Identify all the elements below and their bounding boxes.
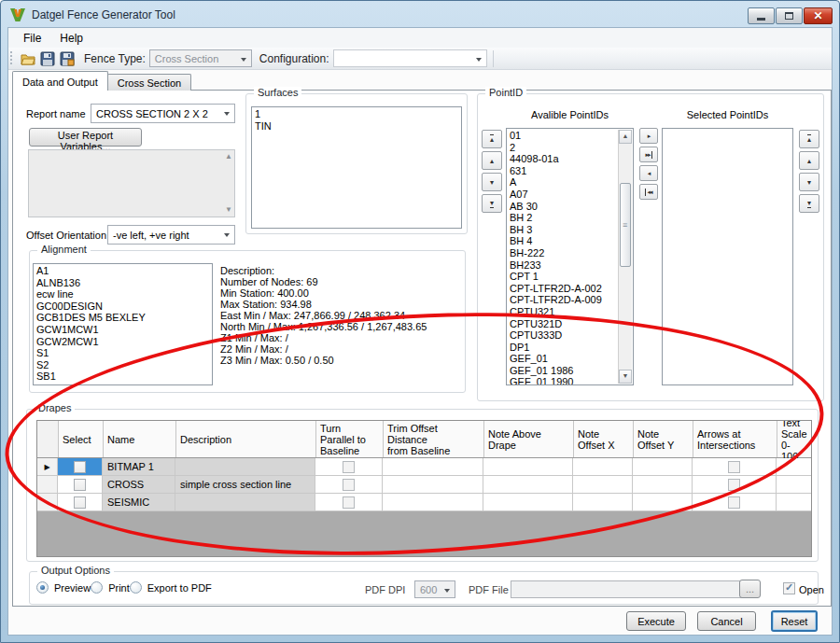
minimize-button[interactable] (748, 7, 775, 24)
column-header[interactable]: Select (59, 421, 104, 457)
description-cell[interactable] (175, 458, 315, 475)
arrows-checkbox[interactable] (728, 479, 740, 491)
list-item[interactable]: BH 2 (510, 212, 618, 224)
list-item[interactable]: TIN (255, 120, 461, 133)
select-checkbox[interactable] (74, 479, 86, 491)
column-header[interactable]: Note Offset Y (634, 421, 693, 457)
note-above-cell[interactable] (483, 476, 573, 493)
list-item[interactable]: CPT-LTFR2D-A-002 (510, 283, 618, 295)
scrollbar-thumb[interactable] (620, 183, 631, 267)
move-left-button[interactable]: ◂ (639, 165, 658, 181)
name-cell[interactable]: CROSS (103, 476, 175, 493)
turn-parallel-checkbox[interactable] (343, 479, 355, 491)
turn-parallel-cell[interactable] (315, 458, 383, 475)
report-name-combobox[interactable]: CROSS SECTION 2 X 2 (91, 104, 235, 123)
list-item[interactable]: CPT-LTFR2D-A-009 (510, 294, 618, 306)
list-item[interactable]: CPT 1 (510, 271, 618, 283)
trim-offset-cell[interactable] (383, 458, 483, 475)
list-item[interactable]: CPTU321D (510, 318, 618, 330)
save-as-icon[interactable] (59, 50, 75, 66)
turn-parallel-checkbox[interactable] (343, 461, 355, 473)
select-checkbox[interactable] (74, 461, 86, 473)
output-radio[interactable]: Export to PDF (130, 581, 212, 594)
list-item[interactable]: 01 (510, 130, 618, 142)
maximize-button[interactable] (776, 7, 803, 24)
note-offset-y-cell[interactable] (633, 458, 693, 475)
selected-pointids-listbox[interactable] (662, 128, 793, 385)
select-cell[interactable] (58, 494, 103, 510)
column-header[interactable]: Turn Parallel to Baseline (316, 421, 384, 457)
row-selector-cell[interactable]: ▶ (37, 458, 58, 475)
reset-button[interactable]: Reset (771, 610, 818, 632)
menu-item[interactable]: File (16, 30, 49, 47)
scroll-down-button[interactable]: ▼ (619, 370, 632, 384)
column-header[interactable]: Name (104, 421, 176, 457)
available-list-scrollbar[interactable]: ▲ ▼ (618, 130, 632, 384)
note-offset-y-cell[interactable] (633, 494, 693, 510)
list-item[interactable]: S2 (36, 359, 212, 371)
list-item[interactable]: GCW1MCW1 (36, 324, 212, 336)
selected-move-bottom-button[interactable]: ▾ (799, 194, 819, 213)
list-item[interactable]: AB 30 (510, 201, 618, 213)
list-item[interactable]: S1 (36, 347, 212, 359)
note-offset-x-cell[interactable] (573, 476, 633, 493)
note-above-cell[interactable] (483, 494, 573, 510)
selected-move-down-button[interactable]: ▾ (799, 173, 819, 191)
trim-offset-cell[interactable] (383, 476, 483, 493)
selected-move-top-button[interactable]: ▴ (799, 130, 819, 148)
list-item[interactable]: GEF_01 (510, 353, 618, 365)
list-item[interactable]: CPTU333D (510, 329, 618, 342)
select-cell[interactable] (58, 476, 103, 493)
text-scale-cell[interactable] (777, 458, 811, 475)
turn-parallel-cell[interactable] (315, 476, 383, 493)
cancel-button[interactable]: Cancel (697, 611, 756, 631)
scroll-up-button[interactable]: ▲ (619, 130, 632, 144)
arrows-checkbox[interactable] (728, 461, 740, 473)
list-item[interactable]: SB1 (36, 370, 212, 383)
list-item[interactable]: A1 (36, 265, 212, 277)
column-header[interactable]: Note Offset X (574, 421, 634, 457)
list-item[interactable]: GCB1DES M5 BEXLEY (36, 312, 212, 324)
row-selector-cell[interactable]: ▶ (37, 476, 58, 493)
list-item[interactable]: A (510, 176, 618, 189)
user-report-variables-button[interactable]: User Report Variables... (29, 128, 142, 147)
arrows-cell[interactable] (693, 494, 777, 510)
move-all-left-button[interactable]: ◂◂ (639, 184, 658, 200)
arrows-cell[interactable] (693, 476, 777, 493)
note-offset-x-cell[interactable] (573, 458, 633, 475)
list-item[interactable]: 2 (510, 142, 618, 154)
list-item[interactable]: A07 (510, 189, 618, 201)
available-pointids-listbox[interactable]: 01244098-01a631AA07AB 30BH 2BH 3BH 4BH-2… (506, 128, 634, 385)
trim-offset-cell[interactable] (383, 494, 483, 510)
column-header[interactable]: Arrows at Intersections (693, 421, 777, 457)
close-button[interactable]: ✕ (804, 7, 833, 24)
name-cell[interactable]: BITMAP 1 (103, 458, 175, 475)
list-item[interactable]: GCW2MCW1 (36, 336, 212, 348)
surfaces-listbox[interactable]: 1TIN (251, 106, 462, 229)
tab[interactable]: Cross Section (107, 74, 191, 91)
available-move-down-button[interactable]: ▾ (482, 173, 502, 191)
move-right-button[interactable]: ▸ (639, 128, 658, 144)
text-scale-cell[interactable] (777, 494, 811, 510)
column-header[interactable]: Note Above Drape (484, 421, 574, 457)
select-checkbox[interactable] (74, 496, 86, 509)
table-row[interactable]: ▶ CROSS simple cross section line (37, 476, 811, 494)
output-radio[interactable]: Preview (36, 581, 91, 594)
available-move-up-button[interactable]: ▴ (482, 151, 502, 170)
tab[interactable]: Data and Output (12, 71, 108, 91)
offset-orientation-combobox[interactable]: -ve left, +ve right (107, 225, 235, 245)
note-above-cell[interactable] (483, 458, 573, 475)
title-bar[interactable]: Datgel Fence Generator Tool ✕ (2, 2, 838, 27)
note-offset-y-cell[interactable] (633, 476, 693, 493)
select-cell[interactable] (58, 458, 103, 475)
save-icon[interactable] (39, 50, 55, 66)
available-move-bottom-button[interactable]: ▾ (482, 194, 502, 213)
arrows-cell[interactable] (693, 458, 777, 475)
table-row[interactable]: ▶ SEISMIC (37, 494, 811, 511)
list-item[interactable]: ALNB136 (36, 277, 212, 289)
arrows-checkbox[interactable] (728, 496, 740, 509)
list-item[interactable]: 631 (510, 165, 618, 177)
list-item[interactable]: BH233 (510, 259, 618, 272)
list-item[interactable]: GC00DESIGN (36, 301, 212, 313)
selected-move-up-button[interactable]: ▴ (799, 151, 819, 170)
